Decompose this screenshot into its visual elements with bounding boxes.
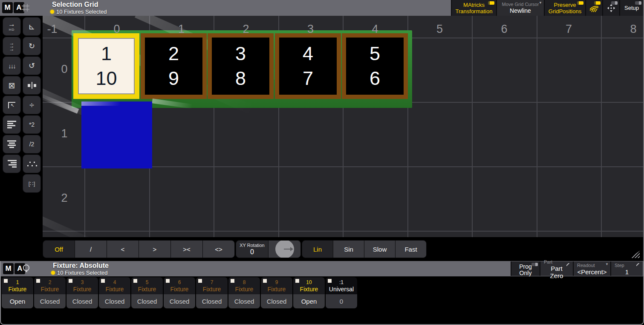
align-left-button[interactable] bbox=[3, 115, 21, 134]
grid-fit-button[interactable] bbox=[23, 174, 41, 193]
grid-row-header: 1 bbox=[58, 127, 71, 140]
encoder-key-universal[interactable]: :1Universal0 bbox=[326, 277, 357, 308]
encoder-key[interactable]: 2FixtureClosed bbox=[34, 277, 66, 308]
mode-button[interactable]: / bbox=[75, 241, 107, 258]
fixture-cell[interactable]: 38 bbox=[208, 33, 274, 99]
decor-stripe bbox=[43, 215, 120, 237]
matricks-transformation-button[interactable]: MAtricks Transformation bbox=[452, 0, 496, 16]
encoder-key[interactable]: 8FixtureClosed bbox=[228, 277, 260, 308]
encoder-key-id: 10 bbox=[306, 279, 312, 286]
grid-column-header: 6 bbox=[491, 23, 517, 36]
scatter-button[interactable] bbox=[23, 154, 41, 173]
titlebar-buttons: MAtricks Transformation ▼ Move Grid Curs… bbox=[451, 0, 643, 16]
appearance-swatch bbox=[166, 279, 170, 283]
appearance-swatch bbox=[101, 279, 105, 283]
encoder-key[interactable]: 6FixtureClosed bbox=[164, 277, 195, 308]
arrange-right-button[interactable]: HD bbox=[3, 17, 21, 36]
curve-button[interactable]: Lin bbox=[302, 241, 333, 258]
step-field[interactable]: Step 1 bbox=[611, 261, 643, 276]
readout-select[interactable]: ▼ Readout <Percent> bbox=[574, 261, 610, 276]
ma-logo[interactable]: M A bbox=[3, 263, 25, 274]
mode-button[interactable]: <> bbox=[203, 241, 234, 258]
curve-button[interactable]: Slow bbox=[364, 241, 395, 258]
encoder-key[interactable]: 10FixtureOpen bbox=[293, 277, 325, 308]
mode-button[interactable]: < bbox=[107, 241, 139, 258]
toggle-on-indicator bbox=[488, 1, 494, 5]
encoder-titlebar: M A Fixture: Absolute 10 Fixtures Select… bbox=[1, 261, 643, 276]
selection-status-text: 10 Fixtures Selected bbox=[56, 9, 107, 15]
xy-rotation-knob[interactable] bbox=[269, 241, 300, 258]
curve-button[interactable]: Fast bbox=[396, 241, 426, 258]
mirror-icon bbox=[28, 82, 36, 89]
grid-column-header: 3 bbox=[298, 23, 323, 36]
arrow-hd-icon bbox=[8, 22, 15, 27]
curve-button[interactable]: Sin bbox=[333, 241, 364, 258]
encoder-key-label: Fixture bbox=[170, 286, 189, 293]
mode-button[interactable]: > bbox=[139, 241, 170, 258]
divide-spacing-button[interactable] bbox=[23, 96, 41, 114]
encoder-key[interactable]: 1FixtureOpen bbox=[2, 277, 33, 308]
fixture-cell[interactable]: 110 bbox=[73, 33, 139, 99]
wrap-mode-group: Off/<>><<> bbox=[43, 240, 235, 258]
align-center-button[interactable] bbox=[3, 135, 21, 154]
fixture-id-top: 5 bbox=[370, 41, 380, 66]
corner-origin-button[interactable] bbox=[3, 96, 21, 114]
xy-rotation-field[interactable]: XY Rotation 0 bbox=[236, 241, 268, 258]
curve-group: LinSinSlowFast bbox=[302, 240, 427, 258]
encoder-key-id: 3 bbox=[81, 279, 84, 286]
encoder-key-label: Fixture bbox=[106, 286, 124, 293]
toggle-on-indicator bbox=[594, 1, 601, 5]
edit-pencil-icon bbox=[566, 263, 571, 267]
encoder-key[interactable]: 7FixtureClosed bbox=[196, 277, 228, 308]
window-resize-grip[interactable] bbox=[630, 251, 640, 258]
tool-column-1: HD bbox=[3, 17, 21, 173]
mirror-horizontal-button[interactable] bbox=[23, 76, 41, 95]
xy-rotation-group: XY Rotation 0 bbox=[236, 240, 301, 258]
selection-grid-canvas[interactable]: 11029384756 -1012345678012 bbox=[43, 16, 643, 237]
mode-button[interactable]: >< bbox=[171, 241, 202, 258]
grid-column-header: 2 bbox=[233, 23, 259, 36]
mode-button[interactable]: Off bbox=[43, 241, 75, 258]
rotate-ccw-button[interactable] bbox=[23, 56, 41, 75]
grid-cursor[interactable] bbox=[81, 102, 152, 168]
bulb-icon bbox=[50, 10, 54, 14]
move-window-button[interactable] bbox=[603, 0, 619, 16]
fixture-id-visibility-button[interactable] bbox=[586, 0, 602, 16]
fixture-cell[interactable]: 47 bbox=[275, 33, 341, 99]
move-grid-cursor-button[interactable]: ▼ Move Grid Cursor Newline bbox=[497, 0, 544, 16]
fixture-id-bottom: 7 bbox=[303, 66, 313, 91]
selection-status: 10 Fixtures Selected bbox=[50, 9, 107, 15]
encoder-key[interactable]: 4FixtureClosed bbox=[99, 277, 130, 308]
prog-only-label: Prog Only bbox=[519, 264, 532, 276]
readout-value: <Percent> bbox=[577, 268, 607, 276]
angle-button[interactable] bbox=[23, 17, 41, 36]
spread-right-button[interactable] bbox=[3, 37, 21, 55]
grid-titlebar: M A Selection Grid 10 Fixtures Selected … bbox=[0, 0, 643, 16]
part-field[interactable]: Part Part Zero bbox=[540, 261, 573, 276]
compress-icon bbox=[9, 81, 15, 90]
encoder-key-label: Fixture bbox=[203, 286, 221, 293]
edit-pencil-icon bbox=[636, 263, 641, 267]
spread-down-button[interactable] bbox=[3, 56, 21, 75]
multiply-two-button[interactable]: *2 bbox=[23, 115, 41, 134]
encoder-key[interactable]: 9FixtureClosed bbox=[261, 277, 292, 308]
encoder-titlebar-controls: Prog Only Part Part Zero ▼ Readout <Perc… bbox=[511, 261, 643, 276]
encoder-key[interactable]: 3FixtureClosed bbox=[66, 277, 98, 308]
fixture-cell[interactable]: 56 bbox=[342, 33, 408, 99]
align-right-button[interactable] bbox=[3, 154, 21, 173]
rotate-cw-button[interactable] bbox=[23, 37, 41, 55]
selection-grid-window: HD *2/2 11029384756 -1012345678012 Off/<… bbox=[0, 0, 644, 261]
preserve-grid-positions-button[interactable]: Preserve GridPositions bbox=[545, 0, 585, 16]
encoder-key[interactable]: 5FixtureClosed bbox=[131, 277, 163, 308]
divide-two-button[interactable]: /2 bbox=[23, 135, 41, 154]
encoder-key-label: Universal bbox=[329, 286, 354, 293]
appearance-swatch bbox=[198, 279, 202, 283]
setup-button[interactable]: Setup bbox=[620, 0, 643, 16]
encoder-key-label: Fixture bbox=[235, 286, 254, 293]
divide-two-label: /2 bbox=[29, 141, 35, 148]
compact-grid-button[interactable] bbox=[3, 76, 21, 95]
fixture-cell[interactable]: 29 bbox=[141, 33, 207, 99]
matricks-transformation-label: MAtricks Transformation bbox=[456, 2, 493, 15]
prog-only-toggle[interactable]: Prog Only bbox=[511, 261, 540, 276]
app-root: HD *2/2 11029384756 -1012345678012 Off/<… bbox=[0, 0, 644, 325]
